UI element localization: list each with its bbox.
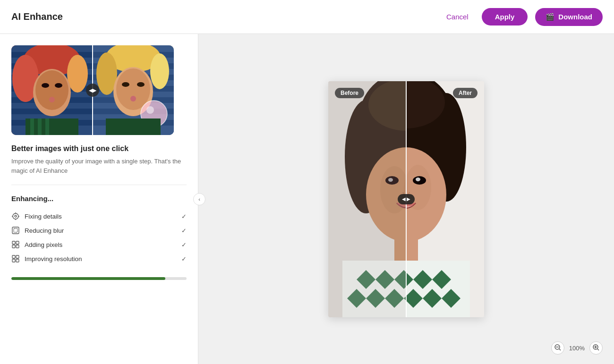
zoom-in-icon (593, 344, 599, 352)
enhance-list: Fixing details ✓ Reducing blur ✓ (11, 209, 187, 266)
svg-rect-49 (12, 245, 15, 248)
after-badge: After (453, 88, 478, 98)
adding-pixels-icon (11, 240, 20, 249)
svg-point-15 (49, 97, 55, 102)
improving-resolution-icon (11, 254, 20, 263)
svg-rect-83 (328, 81, 406, 317)
download-icon: 🎬 (546, 13, 554, 21)
preview-image: ◀▶ (11, 45, 174, 135)
preview-after-svg (93, 45, 174, 135)
svg-point-30 (150, 53, 169, 89)
divider (11, 185, 187, 185)
apply-button[interactable]: Apply (482, 8, 528, 25)
header-actions: Cancel Apply 🎬 Download (441, 8, 603, 26)
svg-rect-53 (12, 259, 15, 262)
fixing-details-icon (11, 212, 20, 220)
enhance-item-label-pixels: Adding pixels (25, 241, 62, 248)
collapse-panel-button[interactable]: ‹ (193, 193, 205, 205)
enhance-item-label-blur: Reducing blur (25, 227, 64, 234)
progress-bar-fill (11, 277, 165, 280)
preview-before (11, 45, 93, 135)
svg-rect-45 (12, 227, 19, 234)
svg-rect-51 (12, 255, 15, 258)
svg-point-39 (13, 213, 18, 219)
svg-line-112 (559, 349, 561, 350)
zoom-controls: 100% (551, 341, 603, 355)
main-content: ◀▶ Better images with just one click Imp… (0, 34, 614, 364)
enhance-item-label: Fixing details (25, 213, 62, 220)
svg-rect-17 (30, 119, 34, 135)
progress-bar (11, 277, 187, 280)
svg-rect-46 (14, 229, 17, 232)
left-panel: ◀▶ Better images with just one click Imp… (0, 34, 198, 364)
svg-rect-19 (45, 119, 49, 135)
svg-point-37 (146, 106, 154, 114)
svg-point-34 (137, 82, 145, 87)
zoom-out-button[interactable] (551, 341, 564, 355)
reducing-blur-icon (11, 226, 20, 235)
description-title: Better images with just one click (11, 144, 187, 153)
svg-rect-48 (16, 241, 19, 244)
svg-point-14 (55, 83, 62, 88)
handle-left-arrow: ◀ (402, 196, 406, 202)
zoom-level: 100% (569, 345, 585, 352)
comparison-drag-handle[interactable]: ◀ ▶ (398, 194, 415, 204)
svg-point-12 (35, 70, 68, 110)
handle-right-arrow: ▶ (407, 196, 410, 202)
svg-rect-54 (16, 259, 19, 262)
svg-rect-50 (16, 245, 19, 248)
preview-drag-handle[interactable]: ◀▶ (86, 84, 99, 97)
svg-line-115 (597, 349, 599, 350)
check-icon-improving-resolution: ✓ (181, 255, 187, 262)
zoom-in-button[interactable] (589, 341, 603, 355)
svg-rect-52 (16, 255, 19, 258)
comparison-container: Before After ◀ ▶ (328, 81, 484, 317)
enhance-item-reducing-blur: Reducing blur ✓ (11, 223, 187, 237)
preview-container: ◀▶ (11, 45, 174, 135)
svg-point-13 (42, 83, 49, 88)
collapse-icon: ‹ (198, 196, 200, 202)
enhancing-title: Enhancing... (11, 195, 187, 203)
svg-rect-47 (12, 241, 15, 244)
enhance-item-improving-resolution: Improving resolution ✓ (11, 252, 187, 266)
check-icon-fixing-details: ✓ (181, 213, 187, 220)
svg-point-33 (122, 82, 129, 87)
enhance-item-fixing-details: Fixing details ✓ (11, 209, 187, 223)
right-area: Before After ◀ ▶ 100% (198, 34, 614, 364)
zoom-out-icon (554, 344, 561, 352)
page-title: AI Enhance (11, 11, 63, 22)
svg-point-40 (15, 215, 17, 217)
check-icon-adding-pixels: ✓ (181, 241, 187, 248)
check-icon-reducing-blur: ✓ (181, 227, 187, 234)
preview-before-svg (11, 45, 93, 135)
svg-point-96 (416, 178, 420, 181)
svg-point-35 (130, 96, 136, 102)
svg-rect-38 (106, 119, 161, 135)
preview-after (93, 45, 174, 135)
download-label: Download (558, 13, 592, 21)
before-badge: Before (335, 88, 364, 98)
enhance-item-label-resolution: Improving resolution (25, 255, 82, 262)
cancel-button[interactable]: Cancel (441, 9, 474, 25)
description-text: Improve the quality of your image with a… (11, 157, 187, 175)
svg-rect-18 (38, 119, 42, 135)
download-button[interactable]: 🎬 Download (535, 8, 603, 26)
header: AI Enhance Cancel Apply 🎬 Download (0, 0, 614, 34)
enhance-item-adding-pixels: Adding pixels ✓ (11, 237, 187, 252)
